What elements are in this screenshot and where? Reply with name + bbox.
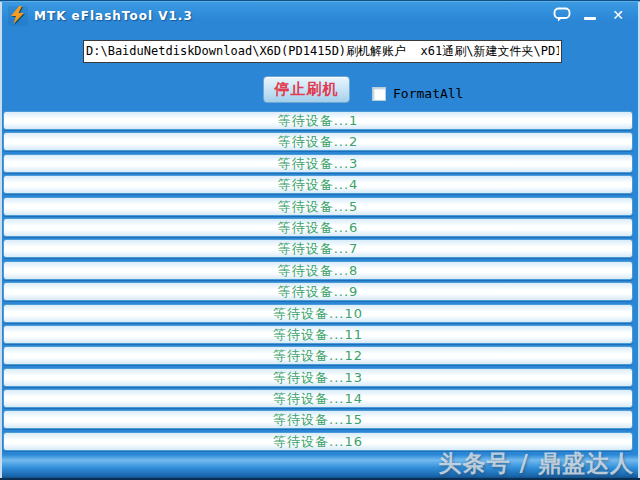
window-title: MTK eFlashTool V1.3 xyxy=(34,9,193,23)
device-slot: 等待设备...4 xyxy=(3,175,633,194)
device-slot-status: 等待设备...9 xyxy=(278,283,359,300)
device-slot: 等待设备...7 xyxy=(3,239,633,258)
close-icon: ✕ xyxy=(612,5,624,25)
device-slot-list: 等待设备...1 等待设备...2 等待设备...3 等待设备...4 等待设备… xyxy=(3,111,633,451)
device-slot: 等待设备...15 xyxy=(3,410,633,429)
flash-app-icon xyxy=(8,6,28,26)
close-button[interactable]: ✕ xyxy=(604,5,632,25)
device-slot-status: 等待设备...13 xyxy=(273,369,363,386)
device-slot-status: 等待设备...11 xyxy=(273,326,363,343)
device-slot: 等待设备...9 xyxy=(3,282,633,301)
device-slot-status: 等待设备...4 xyxy=(278,176,359,193)
device-slot-status: 等待设备...2 xyxy=(278,133,359,150)
minimize-button[interactable] xyxy=(576,5,604,25)
device-slot-status: 等待设备...1 xyxy=(278,112,359,129)
device-slot: 等待设备...5 xyxy=(3,197,633,216)
formatall-checkbox[interactable] xyxy=(372,87,386,101)
device-slot: 等待设备...8 xyxy=(3,261,633,280)
device-slot-status: 等待设备...12 xyxy=(273,347,363,364)
device-slot: 等待设备...1 xyxy=(3,111,633,130)
device-slot-status: 等待设备...3 xyxy=(278,155,359,172)
app-window: MTK eFlashTool V1.3 ✕ 停止刷机 FormatAll 等待设… xyxy=(0,0,640,480)
device-slot: 等待设备...14 xyxy=(3,389,633,408)
watermark-text: 头条号 / 鼎盛达人 xyxy=(439,448,634,479)
device-slot-status: 等待设备...14 xyxy=(273,390,363,407)
device-slot: 等待设备...11 xyxy=(3,325,633,344)
device-slot-status: 等待设备...16 xyxy=(273,433,363,450)
device-slot-status: 等待设备...6 xyxy=(278,219,359,236)
window-border-left xyxy=(0,2,2,480)
formatall-row: FormatAll xyxy=(372,86,463,101)
device-slot: 等待设备...2 xyxy=(3,132,633,151)
window-controls: ✕ xyxy=(548,5,632,25)
titlebar[interactable]: MTK eFlashTool V1.3 ✕ xyxy=(2,2,638,29)
device-slot: 等待设备...6 xyxy=(3,218,633,237)
stop-flashing-button[interactable]: 停止刷机 xyxy=(263,76,350,103)
device-slot-status: 等待设备...5 xyxy=(278,198,359,215)
formatall-label: FormatAll xyxy=(393,86,463,101)
device-slot-status: 等待设备...10 xyxy=(273,305,363,322)
device-slot-status: 等待设备...8 xyxy=(278,262,359,279)
minimize-icon xyxy=(584,17,596,20)
device-slot: 等待设备...3 xyxy=(3,154,633,173)
device-slot-status: 等待设备...15 xyxy=(273,411,363,428)
device-slot: 等待设备...12 xyxy=(3,346,633,365)
device-slot: 等待设备...10 xyxy=(3,304,633,323)
firmware-path-input[interactable] xyxy=(83,40,562,63)
device-slot: 等待设备...13 xyxy=(3,368,633,387)
device-slot-status: 等待设备...7 xyxy=(278,240,359,257)
chat-bubble-icon[interactable] xyxy=(548,5,576,25)
